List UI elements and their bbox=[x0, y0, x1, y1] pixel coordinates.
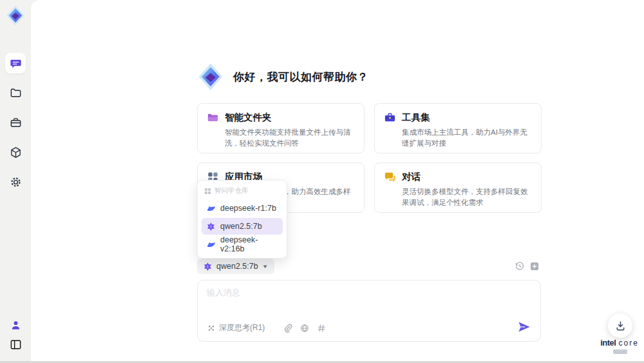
gear-icon bbox=[10, 176, 22, 188]
deep-think-icon bbox=[207, 324, 216, 333]
intel-logo-text: intel bbox=[600, 338, 616, 348]
sidebar-item-toolbox[interactable] bbox=[5, 112, 26, 133]
deepseek-icon bbox=[206, 240, 216, 250]
deep-think-toggle[interactable]: 深度思考(R1) bbox=[207, 322, 265, 333]
download-icon bbox=[614, 320, 627, 332]
app-logo-icon bbox=[196, 62, 225, 92]
message-input[interactable] bbox=[207, 287, 529, 315]
composer-controls: 深度思考(R1) bbox=[207, 322, 327, 333]
chat-bubbles-icon bbox=[384, 171, 396, 183]
intel-core-text: core bbox=[619, 338, 639, 348]
selected-model-label: qwen2.5:7b bbox=[216, 262, 258, 271]
model-option-deepseek-r1[interactable]: deepseek-r1:7b bbox=[202, 200, 283, 217]
model-dropdown-header: 智问学仓库 bbox=[198, 184, 287, 199]
briefcase-icon bbox=[10, 117, 22, 129]
sidebar-item-settings[interactable] bbox=[5, 172, 26, 192]
repository-icon bbox=[204, 188, 211, 195]
card-title: 工具集 bbox=[402, 112, 430, 124]
deep-think-label: 深度思考(R1) bbox=[219, 322, 265, 333]
user-icon bbox=[10, 319, 22, 331]
model-option-label: qwen2.5:7b bbox=[220, 222, 262, 231]
qwen-icon bbox=[203, 262, 213, 271]
chat-actions bbox=[515, 261, 540, 271]
greeting: 你好，我可以如何帮助你？ bbox=[196, 62, 368, 92]
intel-core-badge: intel core bbox=[595, 337, 644, 354]
card-description: 智能文件夹功能支持批量文件上传与清洗，轻松实现文件问答 bbox=[225, 127, 355, 150]
deepseek-icon bbox=[206, 204, 216, 213]
panel-layout-icon bbox=[10, 338, 22, 351]
sidebar-item-folders[interactable] bbox=[5, 83, 26, 103]
chat-icon bbox=[10, 57, 22, 70]
cube-icon bbox=[10, 146, 22, 159]
card-description: 灵活切换多模型文件，支持多样回复效果调试，满足个性化需求 bbox=[402, 186, 532, 209]
message-composer: 深度思考(R1) bbox=[197, 280, 541, 342]
card-smart-folder[interactable]: 智能文件夹 智能文件夹功能支持批量文件上传与清洗，轻松实现文件问答 bbox=[197, 103, 365, 153]
app-logo-icon[interactable] bbox=[5, 5, 26, 26]
hash-icon bbox=[316, 323, 327, 333]
paperclip-icon bbox=[283, 323, 293, 333]
model-selector-button[interactable]: qwen2.5:7b ▼ bbox=[197, 259, 274, 274]
model-dropdown: 智问学仓库 deepseek-r1:7b qwen2.5:7b deep bbox=[197, 180, 287, 259]
download-button[interactable] bbox=[608, 313, 632, 338]
model-dropdown-header-label: 智问学仓库 bbox=[214, 186, 249, 195]
history-icon bbox=[515, 261, 525, 271]
send-icon bbox=[517, 320, 531, 334]
card-title: 对话 bbox=[402, 171, 421, 183]
web-search-button[interactable] bbox=[299, 323, 310, 333]
sidebar-item-chat[interactable] bbox=[5, 53, 26, 74]
model-option-qwen[interactable]: qwen2.5:7b bbox=[202, 218, 283, 235]
card-title: 智能文件夹 bbox=[225, 112, 272, 124]
send-button[interactable] bbox=[517, 320, 531, 334]
briefcase-icon bbox=[384, 112, 396, 124]
model-option-label: deepseek-r1:7b bbox=[220, 204, 276, 213]
model-option-deepseek-v2[interactable]: deepseek-v2:16b bbox=[202, 236, 283, 253]
sidebar-item-account[interactable] bbox=[5, 315, 26, 335]
greeting-title: 你好，我可以如何帮助你？ bbox=[233, 70, 368, 84]
attach-file-button[interactable] bbox=[283, 323, 293, 333]
folder-icon bbox=[10, 87, 22, 99]
folder-icon bbox=[207, 112, 219, 124]
app-window: 你好，我可以如何帮助你？ 智能文件夹 智能文件夹功能支持批量文件上传与清洗，轻松… bbox=[0, 0, 644, 363]
intel-ultra-mark bbox=[613, 349, 627, 354]
model-option-label: deepseek-v2:16b bbox=[220, 235, 278, 253]
globe-icon bbox=[299, 323, 310, 333]
sidebar-collapse-button[interactable] bbox=[5, 334, 26, 355]
sidebar bbox=[0, 0, 31, 361]
main-panel: 你好，我可以如何帮助你？ 智能文件夹 智能文件夹功能支持批量文件上传与清洗，轻松… bbox=[31, 0, 644, 361]
prompt-templates-button[interactable] bbox=[316, 323, 327, 333]
card-conversation[interactable]: 对话 灵活切换多模型文件，支持多样回复效果调试，满足个性化需求 bbox=[374, 162, 542, 213]
card-toolset[interactable]: 工具集 集成市场上主流工具，助力AI与外界无缝扩展与对接 bbox=[374, 103, 542, 153]
sidebar-item-models[interactable] bbox=[5, 142, 26, 162]
new-chat-button[interactable] bbox=[529, 261, 540, 271]
card-description: 集成市场上主流工具，助力AI与外界无缝扩展与对接 bbox=[402, 127, 532, 150]
qwen-icon bbox=[206, 222, 216, 231]
history-button[interactable] bbox=[515, 261, 525, 271]
chevron-down-icon: ▼ bbox=[262, 264, 269, 270]
new-chat-icon bbox=[529, 261, 540, 271]
